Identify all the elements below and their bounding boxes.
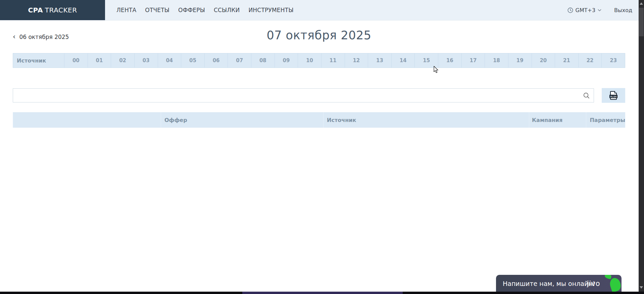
hour-cell: 06 [204,53,228,68]
hour-cell: 17 [461,53,485,68]
vertical-scrollbar[interactable] [639,0,644,292]
data-table-header: Оффер Источник Кампания Параметры [13,112,625,128]
search-input[interactable] [13,89,594,102]
xlsx-label: XLSX [609,95,617,98]
brand-rest: TRACKER [45,6,77,14]
hour-cell: 07 [228,53,251,68]
hour-cell: 10 [298,53,321,68]
column-header: Параметры [586,112,625,128]
main-nav: ЛЕНТА ОТЧЕТЫ ОФФЕРЫ ССЫЛКИ ИНСТРУМЕНТЫ [116,7,294,13]
hour-cell: 23 [601,53,625,68]
header-right: GMT+3 Выход [567,0,633,20]
xlsx-fold-corner [614,91,617,93]
nav-item[interactable]: ЛЕНТА [116,7,136,13]
prev-day-label: 06 октября 2025 [19,34,69,40]
page: CPA TRACKER ЛЕНТА ОТЧЕТЫ ОФФЕРЫ ССЫЛКИ И… [0,0,644,294]
nav-item[interactable]: ССЫЛКИ [214,7,240,13]
brand-logo[interactable]: CPA TRACKER [0,0,105,20]
hour-cell: 15 [414,53,438,68]
search-icon[interactable] [583,92,590,99]
hour-header-table: Источник 00 01 02 03 04 05 06 07 08 09 [13,53,625,68]
hour-cell: 13 [368,53,391,68]
hour-cells: 00 01 02 03 04 05 06 07 08 09 10 11 [64,53,625,68]
scrollbar-down-icon[interactable] [640,286,643,289]
hour-cell: 19 [508,53,532,68]
hour-cell: 12 [345,53,368,68]
hour-cell: 20 [532,53,555,68]
hour-cell: 16 [438,53,461,68]
export-xlsx-button[interactable]: XLSX [602,88,625,103]
timezone-dropdown[interactable]: GMT+3 [567,7,602,13]
date-navigation: ‹ 06 октября 2025 07 октября 2025 [13,25,625,44]
nav-item[interactable]: ОФФЕРЫ [178,7,205,13]
hour-cell: 18 [485,53,508,68]
xlsx-file-icon: XLSX [610,91,617,100]
top-header: CPA TRACKER ЛЕНТА ОТЧЕТЫ ОФФЕРЫ ССЫЛКИ И… [0,0,644,20]
nav-item[interactable]: ИНСТРУМЕНТЫ [248,7,293,13]
scrollbar-thumb[interactable] [639,8,644,36]
hour-cell: 00 [64,53,88,68]
hour-cell: 02 [111,53,134,68]
hour-cell: 21 [555,53,578,68]
hour-cell: 03 [134,53,158,68]
prev-day-link[interactable]: ‹ 06 октября 2025 [13,34,69,40]
brand-bold: CPA [28,6,43,14]
chat-message: Напишите нам, мы онлайн! [503,280,595,287]
hour-cell: 08 [251,53,275,68]
page-title: 07 октября 2025 [13,25,625,42]
chat-widget[interactable]: Напишите нам, мы онлайн! jivo [496,275,622,292]
chevron-left-icon: ‹ [13,34,15,39]
hour-table-source-header: Источник [13,53,64,68]
chevron-down-icon [598,9,601,11]
search-row: XLSX [13,88,625,103]
logout-link[interactable]: Выход [614,7,632,13]
hour-cell: 01 [88,53,111,68]
jivo-logo: jivo [587,280,600,288]
scrollbar-up-icon[interactable] [640,2,643,5]
hour-cell: 04 [158,53,181,68]
nav-item[interactable]: ОТЧЕТЫ [145,7,169,13]
search-box [13,88,594,102]
hour-cell: 14 [391,53,415,68]
timezone-label: GMT+3 [576,7,596,13]
hour-cell: 22 [578,53,602,68]
jivo-leaf-small-icon [604,275,612,279]
hour-cell: 05 [181,53,204,68]
column-header [13,112,161,128]
clock-icon [567,7,573,13]
hour-cell: 09 [275,53,298,68]
bottom-bar-accent [242,292,403,294]
column-header: Оффер [161,112,323,128]
column-header: Кампания [529,112,586,128]
column-header: Источник [323,112,529,128]
bottom-bar [0,292,644,294]
hour-cell: 11 [321,53,345,68]
